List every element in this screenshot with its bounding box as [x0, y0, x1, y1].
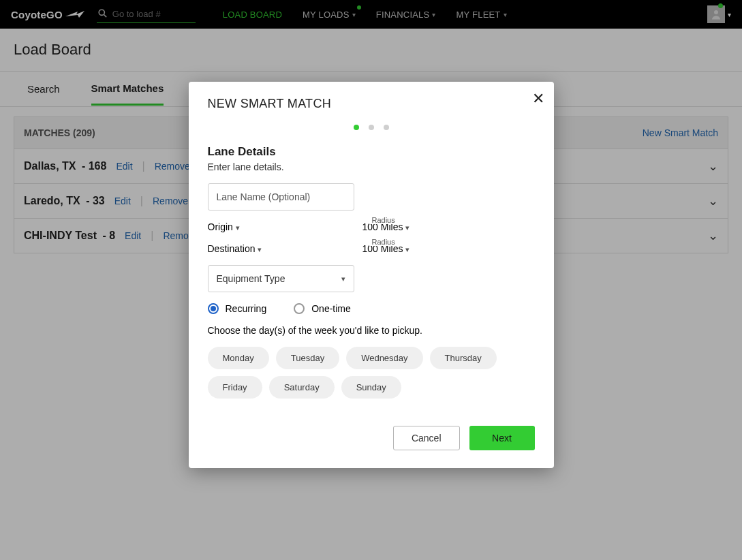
radius-label: Radius [369, 216, 398, 224]
chevron-down-icon: ▾ [405, 245, 409, 253]
step-dot-1 [354, 125, 359, 130]
radius-label: Radius [369, 238, 398, 246]
step-dot-2 [369, 125, 374, 130]
destination-select[interactable]: Destination ▾ [208, 243, 354, 254]
day-pill[interactable]: Saturday [269, 376, 335, 399]
onetime-radio[interactable]: One-time [294, 303, 351, 314]
recurring-radio[interactable]: Recurring [208, 303, 267, 314]
modal-title: NEW SMART MATCH [208, 97, 535, 111]
day-pill[interactable]: Thursday [430, 347, 497, 369]
day-pills: Monday Tuesday Wednesday Thursday Friday… [208, 347, 535, 399]
origin-select[interactable]: Origin ▾ [208, 221, 354, 232]
new-smart-match-modal: ✕ NEW SMART MATCH Lane Details Enter lan… [189, 82, 554, 468]
day-pill[interactable]: Wednesday [346, 347, 422, 369]
chevron-down-icon: ▾ [236, 223, 240, 232]
step-dot-3 [384, 125, 389, 130]
section-sub: Enter lane details. [208, 161, 535, 172]
radio-unchecked-icon [294, 303, 305, 314]
close-icon[interactable]: ✕ [532, 91, 544, 106]
pickup-instruction: Choose the day(s) of the week you'd like… [208, 325, 535, 336]
lane-name-input[interactable] [208, 183, 354, 211]
day-pill[interactable]: Tuesday [276, 347, 339, 369]
chevron-down-icon: ▾ [405, 223, 409, 232]
chevron-down-icon: ▾ [258, 245, 262, 253]
chevron-down-icon: ▾ [341, 275, 345, 283]
cancel-button[interactable]: Cancel [393, 426, 460, 450]
radio-checked-icon [208, 303, 219, 314]
day-pill[interactable]: Friday [208, 376, 262, 399]
day-pill[interactable]: Sunday [341, 376, 401, 399]
equipment-type-select[interactable]: Equipment Type ▾ [208, 265, 354, 292]
next-button[interactable]: Next [469, 426, 535, 450]
wizard-steps [208, 125, 535, 130]
section-title: Lane Details [208, 145, 535, 159]
day-pill[interactable]: Monday [208, 347, 269, 369]
